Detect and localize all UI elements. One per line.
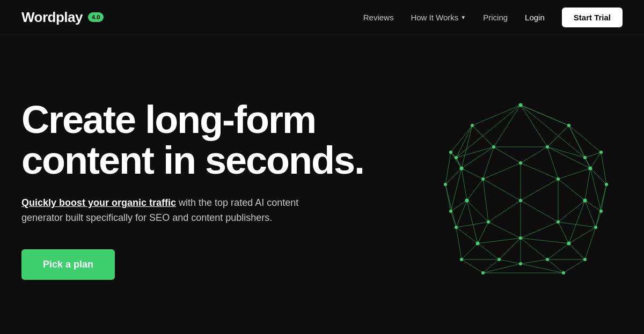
svg-point-114	[583, 199, 587, 203]
version-badge: 4.0	[88, 12, 104, 22]
svg-point-109	[605, 183, 608, 186]
svg-point-120	[455, 226, 458, 229]
svg-line-43	[483, 147, 494, 179]
svg-line-41	[547, 147, 558, 179]
nav-how-it-works[interactable]: How It Works ▼	[411, 13, 466, 22]
svg-point-128	[546, 258, 549, 261]
nav-links: Reviews How It Works ▼ Pricing Login Sta…	[363, 8, 623, 27]
svg-line-5	[456, 105, 521, 158]
svg-line-9	[569, 125, 585, 158]
svg-line-95	[521, 264, 564, 273]
svg-line-28	[462, 168, 467, 201]
hero-content: Create long-form content in seconds. Qui…	[21, 100, 365, 280]
svg-point-101	[599, 151, 603, 154]
svg-point-124	[476, 242, 480, 246]
svg-line-68	[569, 227, 596, 243]
svg-point-112	[557, 177, 560, 181]
svg-line-93	[499, 259, 521, 264]
svg-point-100	[471, 124, 474, 127]
svg-line-44	[521, 163, 558, 179]
svg-point-121	[557, 220, 560, 224]
svg-line-56	[585, 201, 596, 227]
svg-point-122	[487, 220, 490, 224]
svg-line-52	[467, 179, 483, 201]
svg-line-83	[478, 238, 521, 243]
svg-line-30	[462, 147, 494, 168]
svg-line-67	[451, 211, 456, 227]
svg-point-117	[599, 210, 603, 213]
svg-line-76	[478, 222, 488, 243]
svg-line-40	[521, 147, 547, 163]
svg-line-85	[499, 238, 521, 259]
nav-login[interactable]: Login	[525, 13, 545, 22]
svg-line-84	[521, 238, 547, 259]
svg-point-98	[519, 103, 523, 107]
svg-line-61	[467, 201, 488, 222]
svg-line-64	[488, 201, 521, 222]
svg-line-78	[569, 243, 585, 259]
svg-point-131	[562, 271, 565, 274]
svg-line-13	[472, 125, 494, 147]
dropdown-arrow-icon: ▼	[460, 14, 466, 20]
navbar: Wordplay 4.0 Reviews How It Works ▼ Pric…	[0, 0, 644, 35]
hero-cta-button[interactable]: Pick a plan	[21, 249, 115, 280]
hero-subtitle: Quickly boost your organic traffic with …	[21, 196, 322, 226]
svg-line-49	[521, 179, 558, 201]
svg-line-74	[558, 222, 569, 243]
nav-reviews[interactable]: Reviews	[363, 13, 394, 22]
svg-line-17	[585, 152, 601, 158]
svg-line-1	[472, 105, 521, 125]
svg-line-37	[456, 147, 494, 158]
nav-how-it-works-label: How It Works	[411, 13, 458, 22]
svg-line-16	[590, 152, 601, 168]
svg-point-106	[492, 145, 495, 149]
svg-line-81	[462, 243, 478, 259]
svg-line-82	[478, 243, 499, 259]
svg-point-130	[519, 262, 522, 265]
hero-title: Create long-form content in seconds.	[21, 100, 365, 181]
svg-line-23	[585, 168, 590, 201]
svg-line-47	[558, 168, 590, 179]
svg-line-53	[483, 179, 521, 201]
svg-point-125	[519, 236, 522, 240]
svg-point-129	[497, 258, 501, 261]
svg-line-66	[596, 211, 601, 227]
svg-line-34	[445, 184, 456, 227]
svg-point-110	[444, 183, 447, 186]
svg-point-126	[583, 258, 587, 261]
svg-line-14	[456, 125, 472, 158]
svg-point-104	[455, 156, 458, 159]
svg-line-88	[564, 259, 585, 273]
logo-area: Wordplay 4.0	[21, 9, 104, 26]
svg-point-99	[567, 124, 570, 127]
svg-point-132	[481, 271, 485, 274]
svg-line-35	[547, 147, 585, 158]
svg-point-127	[460, 258, 463, 261]
logo-text: Wordplay	[21, 9, 83, 26]
svg-point-103	[583, 156, 587, 159]
sphere-svg	[419, 83, 623, 286]
svg-line-48	[558, 179, 585, 201]
svg-line-79	[547, 243, 569, 259]
svg-line-22	[590, 168, 601, 211]
svg-line-69	[585, 227, 596, 259]
svg-point-111	[519, 161, 522, 165]
svg-point-102	[449, 151, 452, 154]
svg-point-113	[481, 177, 485, 181]
svg-point-115	[465, 199, 469, 203]
svg-line-77	[488, 222, 521, 238]
sphere-visualization	[419, 83, 623, 286]
svg-line-3	[494, 105, 521, 147]
svg-line-8	[547, 125, 569, 147]
svg-line-63	[521, 201, 558, 222]
svg-line-90	[462, 259, 483, 273]
hero-section: Create long-form content in seconds. Qui…	[0, 35, 644, 334]
svg-point-119	[594, 226, 597, 229]
svg-line-60	[456, 201, 467, 227]
nav-start-trial-button[interactable]: Start Trial	[562, 8, 623, 27]
svg-line-27	[451, 168, 462, 211]
hero-subtitle-bold: Quickly boost your organic traffic	[21, 197, 176, 208]
nav-pricing[interactable]: Pricing	[483, 13, 508, 22]
svg-line-42	[494, 147, 521, 163]
svg-point-123	[567, 242, 571, 246]
